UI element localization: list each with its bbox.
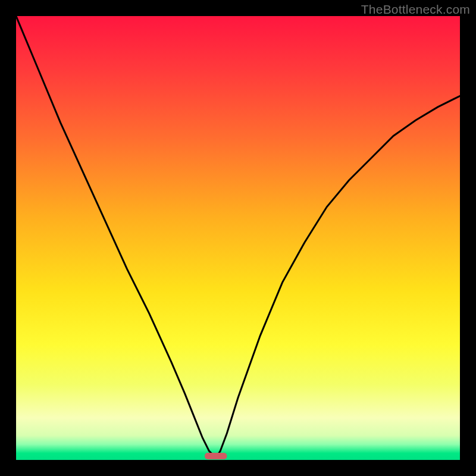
optimal-marker [205,453,227,459]
chart-frame: TheBottleneck.com [0,0,476,476]
gradient-background [16,16,460,460]
gradient-plot-svg [16,16,460,460]
plot-area [16,16,460,460]
watermark-text: TheBottleneck.com [361,2,470,17]
